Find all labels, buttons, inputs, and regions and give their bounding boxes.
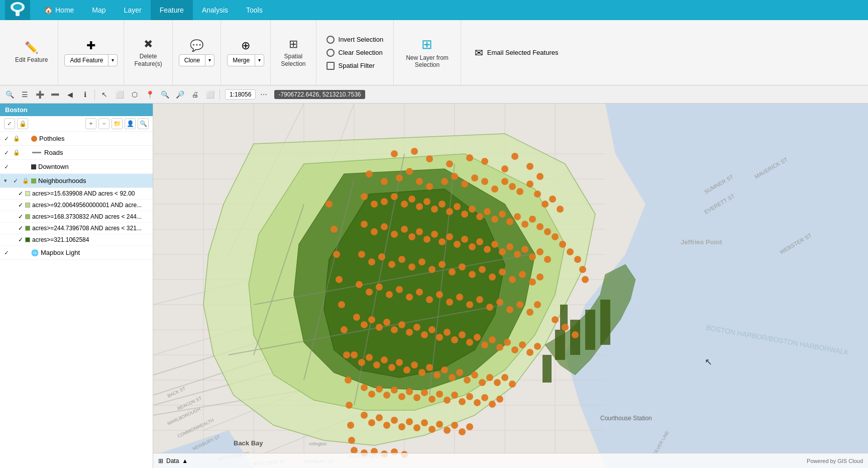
- svg-point-173: [396, 286, 403, 293]
- layer-item-roads[interactable]: ✓ 🔒 Roads: [0, 146, 153, 160]
- app-logo[interactable]: [5, 0, 30, 20]
- downtown-square-icon: [31, 164, 36, 169]
- svg-point-238: [383, 392, 390, 399]
- clear-selection-label: Clear Selection: [339, 49, 383, 56]
- svg-point-162: [479, 266, 486, 273]
- layer-controls: ✓ 🔒 + − 📁 👤 🔍: [0, 116, 153, 132]
- roads-name: Roads: [44, 149, 63, 156]
- check-all-button[interactable]: ✓: [4, 118, 15, 129]
- measure-button[interactable]: 📍: [143, 87, 157, 102]
- sublayer-3[interactable]: ✓ acres>=168.3730832 AND acres < 244...: [0, 211, 153, 223]
- email-button[interactable]: ✉ Email Selected Features: [467, 47, 566, 59]
- data-table-button[interactable]: ⊞ Data ▲: [158, 457, 188, 464]
- svg-point-81: [426, 183, 433, 190]
- svg-point-75: [536, 173, 544, 180]
- folder-button[interactable]: 📁: [112, 118, 123, 129]
- svg-point-194: [398, 321, 405, 328]
- top-navigation: 🏠 Home Map Layer Feature Analysis Tools: [0, 0, 868, 20]
- nav-map[interactable]: Map: [83, 0, 115, 20]
- layer-item-neighbourhoods[interactable]: ▾ ✓ 🔒 Neighbourhoods: [0, 174, 153, 188]
- spatial-selection-icon: ⊞: [289, 38, 298, 51]
- svg-point-106: [446, 208, 453, 215]
- svg-point-204: [474, 334, 481, 341]
- spatial-selection-button[interactable]: ⊞ SpatialSelection: [277, 35, 309, 70]
- svg-point-111: [484, 208, 491, 215]
- search-button[interactable]: 🔍: [3, 87, 17, 102]
- print-button[interactable]: 🖨: [188, 87, 202, 102]
- svg-point-87: [491, 185, 498, 193]
- svg-point-191: [376, 324, 383, 331]
- user-button[interactable]: 👤: [125, 118, 136, 129]
- svg-point-80: [416, 178, 423, 185]
- layer-item-potholes[interactable]: ✓ 🔒 Potholes: [0, 132, 153, 146]
- layer-item-downtown[interactable]: ✓ 🔒 Downtown: [0, 160, 153, 174]
- zoom-in-button[interactable]: 🔍: [158, 87, 172, 102]
- new-layer-button[interactable]: ⊞ New Layer fromSelection: [400, 33, 455, 72]
- remove-layer-button[interactable]: ➖: [48, 87, 62, 102]
- clone-arrow-icon: ▾: [205, 55, 214, 65]
- attribution: Powered by GIS Cloud: [807, 458, 863, 464]
- add-layer-sidebar-button[interactable]: +: [85, 118, 96, 129]
- sublayer-4[interactable]: ✓ acres>=244.7396708 AND acres < 321...: [0, 223, 153, 234]
- nav-analysis[interactable]: Analysis: [193, 0, 237, 20]
- search-layer-button[interactable]: 🔍: [138, 118, 149, 129]
- invert-selection-button[interactable]: Invert Selection: [324, 34, 386, 45]
- map-toolbar: 🔍 ☰ ➕ ➖ ◀ ℹ ↖ ⬜ ⬡ 📍 🔍 🔎 🖨 ⬜ 1:18056 ⋯ -7…: [0, 85, 868, 104]
- remove-layer-sidebar-button[interactable]: −: [98, 118, 110, 129]
- merge-button[interactable]: Merge ▾: [227, 54, 264, 66]
- zoom-out-button[interactable]: 🔎: [173, 87, 187, 102]
- sublayer-2[interactable]: ✓ acres>=92.00649560000001 AND acre...: [0, 200, 153, 211]
- svg-point-93: [541, 201, 549, 208]
- svg-point-96: [361, 193, 368, 200]
- select-tool-button[interactable]: ↖: [97, 87, 112, 102]
- info-button[interactable]: ℹ: [78, 87, 92, 102]
- more-options-button[interactable]: ⋯: [257, 87, 271, 102]
- svg-point-203: [466, 339, 473, 346]
- svg-point-78: [396, 174, 403, 181]
- add-layer-button[interactable]: ➕: [33, 87, 47, 102]
- lock-button[interactable]: 🔒: [17, 118, 28, 129]
- svg-point-211: [526, 349, 533, 356]
- nav-tools[interactable]: Tools: [237, 0, 272, 20]
- map-view[interactable]: SUMNER ST MAVERICK ST EVERETT ST Jeffrie…: [153, 104, 868, 468]
- svg-point-155: [408, 263, 415, 270]
- nav-back-button[interactable]: ◀: [63, 87, 77, 102]
- svg-point-159: [449, 268, 456, 275]
- rectangle-select-button[interactable]: ⬜: [113, 87, 127, 102]
- svg-point-254: [361, 412, 368, 419]
- svg-point-171: [376, 284, 383, 291]
- svg-point-114: [506, 218, 513, 225]
- nav-home[interactable]: 🏠 Home: [35, 0, 83, 20]
- svg-point-234: [509, 381, 516, 388]
- layer-item-mapbox[interactable]: ✓ 🔒 🌐 Mapbox Light: [0, 246, 153, 260]
- clone-icon: 💬: [190, 39, 203, 52]
- delete-feature-button[interactable]: ✖ DeleteFeature(s): [130, 35, 166, 70]
- svg-point-160: [459, 263, 466, 270]
- polygon-select-button[interactable]: ⬡: [128, 87, 142, 102]
- svg-point-163: [489, 273, 496, 280]
- mapbox-check: ✓: [4, 249, 11, 256]
- sublayer-1[interactable]: ✓ acres>=15.639908 AND acres < 92.00: [0, 188, 153, 200]
- selection-options-group: Invert Selection Clear Selection Spatial…: [316, 20, 394, 85]
- svg-point-214: [358, 359, 365, 366]
- sublayer-5[interactable]: ✓ acres>=321.1062584: [0, 234, 153, 246]
- nav-layer[interactable]: Layer: [115, 0, 151, 20]
- svg-point-248: [459, 398, 466, 405]
- spatial-filter-button[interactable]: Spatial Filter: [324, 60, 386, 71]
- layer-panel: Boston ✓ 🔒 + − 📁 👤 🔍 ✓ 🔒 Potholes ✓: [0, 104, 153, 468]
- nav-feature[interactable]: Feature: [151, 0, 193, 20]
- svg-point-92: [534, 191, 541, 198]
- svg-point-175: [416, 289, 423, 296]
- add-feature-button[interactable]: Add Feature ▾: [64, 54, 118, 66]
- svg-point-261: [413, 424, 420, 431]
- svg-point-177: [436, 291, 443, 298]
- clear-selection-button[interactable]: Clear Selection: [324, 47, 386, 58]
- extent-button[interactable]: ⬜: [203, 87, 217, 102]
- layer-list-button[interactable]: ☰: [18, 87, 32, 102]
- edit-feature-button[interactable]: ✏️ Edit Feature: [11, 38, 52, 66]
- nav-map-label: Map: [92, 6, 105, 14]
- clone-button[interactable]: Clone ▾: [179, 54, 214, 66]
- nav-home-label: Home: [55, 6, 74, 14]
- svg-point-240: [398, 393, 405, 400]
- sublayer-1-check: ✓: [18, 190, 23, 197]
